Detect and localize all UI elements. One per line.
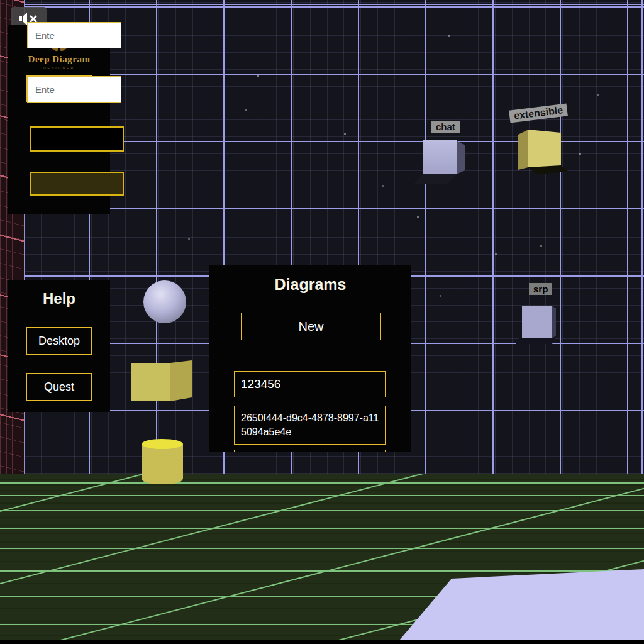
new-diagram-button[interactable]: New [241, 313, 381, 340]
diagrams-panel: Diagrams New 123456 2650f444-d9c4-4878-8… [209, 265, 411, 452]
desktop-help-button[interactable]: Desktop [26, 327, 92, 355]
diagram-item[interactable]: 123456 [234, 371, 386, 397]
login-input-1[interactable]: Ente [27, 22, 121, 48]
brand-title: Deep Diagram [8, 54, 110, 65]
diagram-item-partial[interactable] [234, 450, 386, 452]
login-submit-button[interactable] [30, 172, 124, 196]
diagram-item[interactable]: 2650f444-d9c4-4878-8997-a115094a5e4e [234, 406, 386, 445]
chat-label: chat [431, 121, 460, 133]
sphere-object[interactable] [143, 280, 186, 323]
khaki-cube-object[interactable] [131, 360, 192, 401]
srp-label: srp [529, 283, 552, 295]
cylinder-object[interactable] [142, 439, 183, 484]
login-input-2[interactable]: Ente [27, 76, 121, 103]
extensible-cube-object[interactable] [518, 130, 569, 174]
help-title: Help [8, 290, 110, 308]
quest-help-button[interactable]: Quest [26, 373, 92, 401]
srp-cube-object[interactable] [516, 306, 556, 344]
diagrams-panel-title: Diagrams [209, 275, 411, 294]
chat-cube-object[interactable] [414, 140, 465, 184]
brand-subtitle: DESIGNER [8, 66, 110, 70]
help-panel: Help Desktop Quest [8, 280, 110, 412]
login-field-empty[interactable] [30, 126, 124, 152]
vr-scene: chat extensible srp [0, 0, 644, 644]
